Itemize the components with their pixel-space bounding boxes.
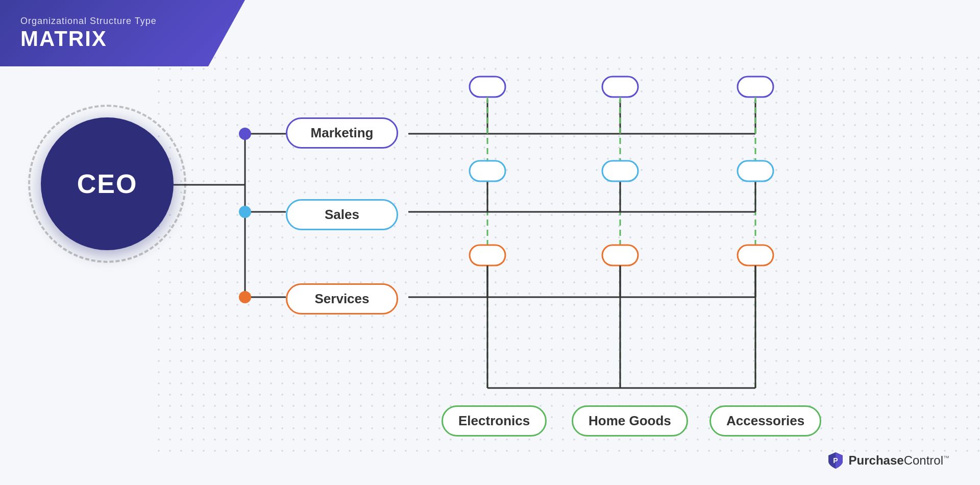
node-electronics: Electronics xyxy=(442,405,547,436)
node-services: Services xyxy=(286,283,398,314)
svg-rect-16 xyxy=(738,77,773,97)
svg-rect-26 xyxy=(738,161,773,181)
svg-point-9 xyxy=(239,291,251,303)
svg-point-7 xyxy=(239,128,251,140)
logo-text: PurchaseControl™ xyxy=(849,453,949,468)
header-title: MATRIX xyxy=(20,27,225,51)
node-marketing: Marketing xyxy=(286,117,398,149)
svg-point-8 xyxy=(239,206,251,218)
header-subtitle: Organizational Structure Type xyxy=(20,16,225,27)
header-banner: Organizational Structure Type MATRIX xyxy=(0,0,245,66)
logo-shield-icon: P xyxy=(826,451,845,470)
svg-rect-24 xyxy=(470,161,505,181)
ceo-container: CEO xyxy=(41,117,174,250)
node-homegoods: Home Goods xyxy=(572,405,688,436)
svg-text:P: P xyxy=(833,456,838,465)
svg-rect-33 xyxy=(738,245,773,265)
svg-rect-31 xyxy=(470,245,505,265)
svg-rect-1 xyxy=(153,51,980,459)
svg-rect-25 xyxy=(602,161,638,181)
node-sales: Sales xyxy=(286,199,398,230)
logo: P PurchaseControl™ xyxy=(826,451,949,470)
svg-rect-14 xyxy=(470,77,505,97)
svg-rect-32 xyxy=(602,245,638,265)
ceo-circle: CEO xyxy=(41,117,174,250)
ceo-label: CEO xyxy=(77,168,138,199)
node-accessories: Accessories xyxy=(709,405,821,436)
svg-rect-15 xyxy=(602,77,638,97)
